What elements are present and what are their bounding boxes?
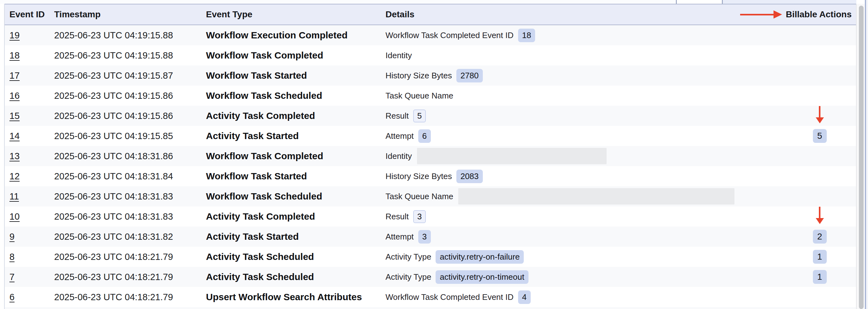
billable-actions-cell: 1 [783,247,856,267]
billable-actions-cell [783,85,856,106]
event-id-cell: 16 [5,91,54,101]
details-cell: Activity Typeactivity.retry-on-failure [385,250,783,264]
event-row[interactable]: 182025-06-23 UTC 04:19:15.88Workflow Tas… [5,45,856,65]
billable-actions-badge: 2 [813,230,827,244]
timestamp-text: 2025-06-23 UTC 04:18:21.79 [54,252,173,262]
detail-label: Attempt [385,131,414,141]
event-history-table: Event ID Timestamp Event Type Details Bi… [4,4,856,309]
detail-value-badge: 2780 [456,69,483,82]
detail-value-badge: 3 [413,210,426,223]
timestamp-text: 2025-06-23 UTC 04:19:15.86 [54,91,173,101]
red-arrow-down-icon [816,106,824,123]
event-row[interactable]: 112025-06-23 UTC 04:18:31.83Workflow Tas… [5,186,856,206]
billable-actions-cell: 1 [783,267,856,287]
detail-label: Activity Type [385,272,431,282]
event-type-text: Activity Task Completed [206,211,315,221]
timestamp-cell: 2025-06-23 UTC 04:18:31.86 [54,151,206,162]
event-id-cell: 12 [5,171,54,181]
timestamp-text: 2025-06-23 UTC 04:18:31.82 [54,232,173,242]
event-type-text: Workflow Execution Completed [206,30,348,40]
event-row[interactable]: 72025-06-23 UTC 04:18:21.79Activity Task… [5,267,856,287]
details-cell: Attempt3 [385,230,783,244]
timestamp-cell: 2025-06-23 UTC 04:19:15.87 [54,70,206,81]
event-type-text: Workflow Task Completed [206,151,323,161]
column-header-billable-actions: Billable Actions [783,9,856,20]
timestamp-cell: 2025-06-23 UTC 04:18:31.83 [54,191,206,202]
billable-actions-cell [783,146,856,166]
event-row[interactable]: 82025-06-23 UTC 04:18:21.79Activity Task… [5,247,856,267]
timestamp-text: 2025-06-23 UTC 04:18:31.83 [54,191,173,201]
event-row[interactable]: 62025-06-23 UTC 04:18:21.79Upsert Workfl… [5,287,856,307]
event-id-link[interactable]: 13 [9,151,20,161]
event-id-link[interactable]: 18 [9,50,20,60]
timestamp-text: 2025-06-23 UTC 04:19:15.88 [54,30,173,40]
timestamp-cell: 2025-06-23 UTC 04:18:31.82 [54,232,206,242]
event-id-cell: 13 [5,151,54,162]
column-header-event-type: Event Type [206,9,385,20]
billable-actions-cell [783,206,856,227]
detail-value-badge: 18 [518,29,535,42]
timestamp-cell: 2025-06-23 UTC 04:18:21.79 [54,272,206,282]
timestamp-cell: 2025-06-23 UTC 04:18:21.79 [54,252,206,262]
event-id-cell: 15 [5,111,54,121]
next-row-sliver [5,307,856,309]
event-row[interactable]: 152025-06-23 UTC 04:19:15.86Activity Tas… [5,106,856,126]
event-row[interactable]: 142025-06-23 UTC 04:19:15.85Activity Tas… [5,126,856,146]
event-id-link[interactable]: 16 [9,91,20,101]
detail-value-badge: 2083 [456,170,483,183]
table-body: 192025-06-23 UTC 04:19:15.88Workflow Exe… [5,25,856,307]
event-row[interactable]: 192025-06-23 UTC 04:19:15.88Workflow Exe… [5,25,856,45]
detail-label: Workflow Task Completed Event ID [385,31,514,40]
event-id-link[interactable]: 17 [9,70,20,80]
event-id-link[interactable]: 19 [9,30,20,40]
event-id-link[interactable]: 11 [9,191,19,201]
toolbar-segment [677,0,722,4]
event-row[interactable]: 132025-06-23 UTC 04:18:31.86Workflow Tas… [5,146,856,166]
timestamp-text: 2025-06-23 UTC 04:19:15.85 [54,131,173,141]
detail-label: Identity [385,51,412,60]
timestamp-text: 2025-06-23 UTC 04:18:21.79 [54,292,173,302]
event-type-cell: Activity Task Started [206,231,385,242]
timestamp-text: 2025-06-23 UTC 04:19:15.87 [54,70,173,80]
event-id-link[interactable]: 9 [9,232,14,242]
event-id-cell: 11 [5,191,54,202]
event-type-text: Upsert Workflow Search Attributes [206,292,362,302]
billable-actions-cell [783,166,856,186]
red-arrow-right-icon [740,10,782,19]
details-cell: Attempt6 [385,129,783,143]
column-header-timestamp: Timestamp [54,9,206,20]
event-id-link[interactable]: 14 [9,131,20,141]
timestamp-text: 2025-06-23 UTC 04:19:15.86 [54,111,173,121]
event-row[interactable]: 92025-06-23 UTC 04:18:31.82Activity Task… [5,227,856,247]
event-type-cell: Workflow Task Scheduled [206,90,385,101]
timestamp-text: 2025-06-23 UTC 04:19:15.88 [54,50,173,60]
detail-label: Attempt [385,232,414,242]
event-row[interactable]: 172025-06-23 UTC 04:19:15.87Workflow Tas… [5,65,856,85]
scrollbar-thumb[interactable] [859,6,864,309]
event-id-link[interactable]: 15 [9,111,20,121]
event-type-text: Workflow Task Completed [206,50,323,60]
event-type-cell: Activity Task Completed [206,211,385,222]
timestamp-cell: 2025-06-23 UTC 04:19:15.88 [54,30,206,41]
event-id-link[interactable]: 10 [9,211,20,221]
detail-label: Workflow Task Completed Event ID [385,292,514,302]
event-row[interactable]: 122025-06-23 UTC 04:18:31.84Workflow Tas… [5,166,856,186]
event-id-link[interactable]: 6 [9,292,14,302]
vertical-scrollbar[interactable] [856,4,865,309]
toolbar-segment-lavender [723,0,856,4]
event-type-cell: Workflow Execution Completed [206,30,385,41]
detail-value-badge: 4 [518,290,531,304]
event-id-cell: 9 [5,232,54,242]
detail-label: Task Queue Name [385,91,453,101]
table-header-row: Event ID Timestamp Event Type Details Bi… [5,4,856,25]
column-header-details: Details [385,9,783,20]
event-id-link[interactable]: 12 [9,171,20,181]
event-row[interactable]: 102025-06-23 UTC 04:18:31.83Activity Tas… [5,206,856,227]
timestamp-text: 2025-06-23 UTC 04:18:31.86 [54,151,173,161]
event-row[interactable]: 162025-06-23 UTC 04:19:15.86Workflow Tas… [5,85,856,106]
details-cell: History Size Bytes2083 [385,170,783,183]
event-id-link[interactable]: 7 [9,272,14,282]
event-type-cell: Workflow Task Scheduled [206,191,385,202]
details-cell: Identity [385,148,783,164]
event-id-link[interactable]: 8 [9,252,14,262]
